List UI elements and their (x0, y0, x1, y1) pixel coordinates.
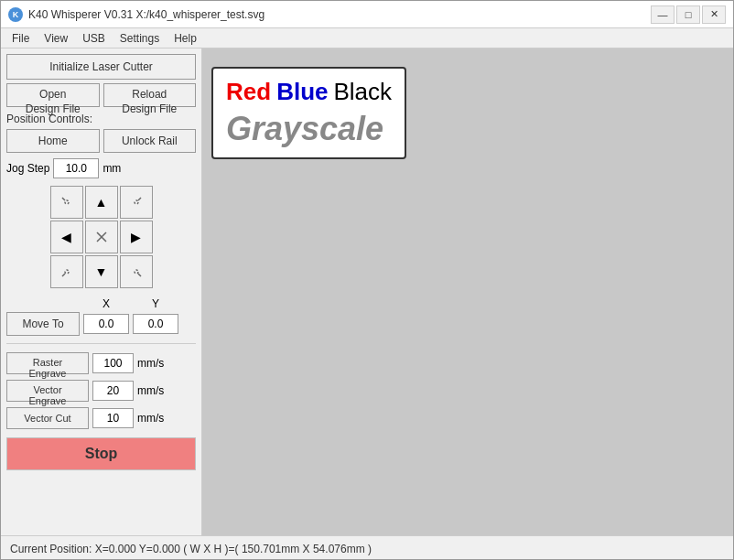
svg-line-3 (138, 198, 141, 200)
jog-step-input[interactable] (53, 158, 99, 178)
jog-left-button[interactable]: ◀ (50, 221, 83, 253)
menu-bar: File View USB Settings Help (1, 28, 733, 48)
jog-down-right-button[interactable] (120, 255, 153, 288)
move-to-section: X Y Move To (6, 297, 196, 336)
svg-point-8 (135, 270, 138, 274)
jog-down-button[interactable]: ▼ (85, 255, 118, 288)
jog-right-button[interactable]: ▶ (120, 221, 153, 253)
reload-design-button[interactable]: ReloadDesign File (103, 83, 197, 107)
svg-point-0 (65, 200, 69, 204)
x-coord-input[interactable] (83, 314, 129, 334)
raster-engrave-input[interactable] (92, 353, 134, 373)
vector-cut-row: Vector Cut mm/s (6, 406, 196, 430)
preview-text-red: Red (226, 78, 271, 106)
jog-step-row: Jog Step mm (6, 158, 196, 178)
coord-headers: X Y (83, 297, 196, 310)
design-preview: Red Blue Black Grayscale (211, 67, 406, 159)
preview-text-blue: Blue (276, 78, 328, 106)
raster-engrave-unit: mm/s (137, 357, 164, 370)
menu-usb[interactable]: USB (75, 30, 113, 47)
vector-engrave-row: Vector Engrave mm/s (6, 379, 196, 403)
svg-point-2 (135, 200, 138, 204)
menu-file[interactable]: File (5, 30, 37, 47)
minimize-button[interactable]: — (651, 5, 675, 24)
menu-help[interactable]: Help (167, 30, 204, 47)
position-controls-label: Position Controls: (6, 113, 196, 125)
home-unlock-row: Home Unlock Rail (6, 129, 196, 153)
status-text: Current Position: X=0.000 Y=0.000 ( W X … (10, 543, 372, 555)
maximize-button[interactable]: □ (676, 5, 700, 24)
svg-line-7 (62, 274, 65, 276)
raster-engrave-row: Raster Engrave mm/s (6, 351, 196, 375)
title-bar: K K40 Whisperer V0.31 X:/k40_whisperer_t… (1, 1, 733, 28)
initialize-button[interactable]: Initialize Laser Cutter (6, 54, 196, 80)
status-bar: Current Position: X=0.000 Y=0.000 ( W X … (1, 535, 733, 560)
raster-engrave-button[interactable]: Raster Engrave (6, 352, 89, 374)
file-buttons-row: OpenDesign File ReloadDesign File (6, 83, 196, 107)
home-button[interactable]: Home (6, 129, 100, 153)
jog-grid: ▲ ◀ ▶ ▼ (50, 186, 153, 288)
close-button[interactable]: ✕ (702, 5, 726, 24)
preview-line1: Red Blue Black (226, 78, 392, 106)
jog-step-label: Jog Step (6, 162, 49, 175)
app-icon: K (8, 7, 23, 22)
vector-engrave-input[interactable] (92, 381, 134, 401)
menu-view[interactable]: View (37, 30, 75, 47)
window-title: K40 Whisperer V0.31 X:/k40_whisperer_tes… (28, 8, 264, 21)
jog-up-left-button[interactable] (50, 186, 83, 219)
preview-text-gray: Grayscale (226, 110, 383, 147)
title-controls: — □ ✕ (651, 5, 726, 24)
canvas-area: Red Blue Black Grayscale (202, 48, 733, 535)
x-header: X (83, 297, 129, 310)
open-design-button[interactable]: OpenDesign File (6, 83, 100, 107)
y-header: Y (133, 297, 178, 310)
coord-inputs-row: Move To (6, 312, 196, 336)
svg-point-6 (65, 270, 69, 274)
jog-step-unit: mm (103, 162, 121, 175)
unlock-rail-button[interactable]: Unlock Rail (103, 129, 197, 153)
vector-cut-input[interactable] (92, 408, 134, 428)
main-content: Initialize Laser Cutter OpenDesign File … (1, 48, 733, 535)
preview-text-black: Black (333, 78, 392, 106)
jog-up-button[interactable]: ▲ (85, 186, 118, 219)
divider1 (6, 343, 196, 344)
vector-engrave-unit: mm/s (137, 384, 164, 397)
vector-cut-button[interactable]: Vector Cut (6, 407, 89, 429)
vector-cut-unit: mm/s (137, 412, 164, 425)
y-coord-input[interactable] (133, 314, 178, 334)
jog-up-right-button[interactable] (120, 186, 153, 219)
menu-settings[interactable]: Settings (113, 30, 167, 47)
move-to-button[interactable]: Move To (6, 312, 80, 336)
svg-line-1 (62, 198, 65, 200)
jog-center-button[interactable] (85, 221, 118, 253)
stop-button[interactable]: Stop (6, 437, 196, 470)
vector-engrave-button[interactable]: Vector Engrave (6, 380, 89, 402)
preview-text-gray-wrapper: Grayscale (226, 110, 392, 148)
left-panel: Initialize Laser Cutter OpenDesign File … (1, 48, 202, 535)
title-bar-left: K K40 Whisperer V0.31 X:/k40_whisperer_t… (8, 7, 264, 22)
jog-down-left-button[interactable] (50, 255, 83, 288)
svg-line-9 (138, 274, 141, 276)
